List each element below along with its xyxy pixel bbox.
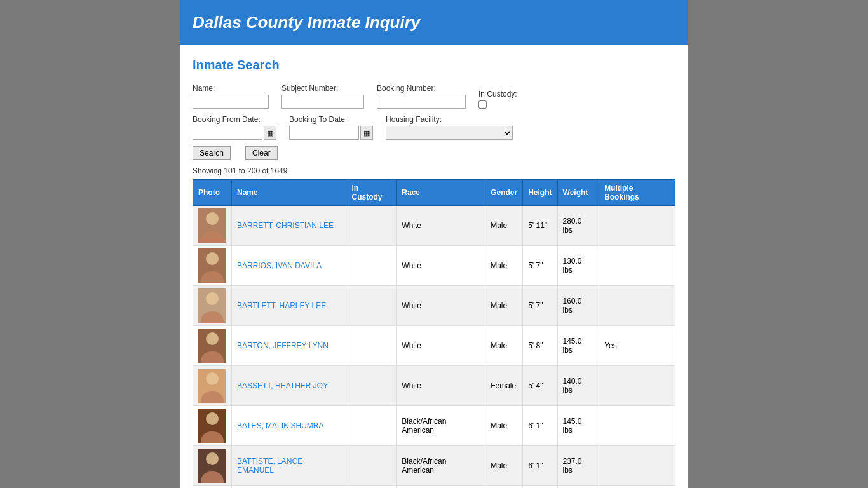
table-body: BARRETT, CHRISTIAN LEEWhiteMale5' 11"280…	[193, 206, 675, 489]
inmate-name-link[interactable]: BARTLETT, HARLEY LEE	[237, 301, 326, 310]
in-custody-cell	[346, 406, 397, 446]
multiple-bookings-cell	[599, 366, 675, 406]
multiple-bookings-cell	[599, 406, 675, 446]
gender-cell: Male	[485, 486, 523, 489]
results-count: Showing 101 to 200 of 1649	[193, 166, 675, 175]
booking-number-input[interactable]	[377, 95, 466, 109]
booking-to-label: Booking To Date:	[289, 115, 373, 124]
svg-point-11	[206, 412, 219, 425]
inmate-name-link[interactable]: BASSETT, HEATHER JOY	[237, 381, 328, 390]
photo-cell	[193, 286, 232, 326]
inmate-name-link[interactable]: BATTISTE, LANCE EMANUEL	[237, 457, 302, 475]
multiple-bookings-cell	[599, 286, 675, 326]
gender-cell: Male	[485, 246, 523, 286]
form-row-1: Name: Subject Number: Booking Number: In…	[193, 84, 675, 109]
multiple-bookings-cell	[599, 486, 675, 489]
inmate-photo	[198, 248, 226, 283]
in-custody-cell	[346, 486, 397, 489]
calendar-icon: ▦	[267, 129, 273, 137]
main-content: Inmate Search Name: Subject Number: Book…	[180, 45, 688, 488]
col-multiple-bookings: Multiple Bookings	[599, 180, 675, 206]
search-button[interactable]: Search	[193, 146, 231, 160]
height-cell: 6' 1"	[523, 406, 557, 446]
col-height: Height	[523, 180, 557, 206]
housing-facility-select[interactable]: Lew Sterrett Frank Crowley Northwest Sou…	[386, 126, 513, 140]
booking-from-input[interactable]	[193, 126, 262, 140]
name-input[interactable]	[193, 95, 269, 109]
header-bar: Dallas County Inmate Inquiry	[180, 0, 688, 45]
table-row: BARRETT, CHRISTIAN LEEWhiteMale5' 11"280…	[193, 206, 675, 246]
booking-to-wrapper: ▦	[289, 126, 373, 140]
name-label: Name:	[193, 84, 269, 93]
name-cell: BAXTER, DYLAN MICHAEL	[232, 486, 346, 489]
subject-number-label: Subject Number:	[281, 84, 364, 93]
name-cell: BATTISTE, LANCE EMANUEL	[232, 446, 346, 486]
search-form: Name: Subject Number: Booking Number: In…	[193, 84, 675, 160]
height-cell: 6' 0"	[523, 486, 557, 489]
name-cell: BARTON, JEFFREY LYNN	[232, 326, 346, 366]
weight-cell: 145.0 lbs	[557, 406, 599, 446]
table-row: BARRIOS, IVAN DAVILAWhiteMale5' 7"130.0 …	[193, 246, 675, 286]
weight-cell: 160.0 lbs	[557, 286, 599, 326]
race-cell: White	[397, 326, 485, 366]
gender-cell: Male	[485, 406, 523, 446]
photo-cell	[193, 246, 232, 286]
multiple-bookings-cell	[599, 246, 675, 286]
booking-from-wrapper: ▦	[193, 126, 276, 140]
height-cell: 5' 7"	[523, 246, 557, 286]
inmate-name-link[interactable]: BARRIOS, IVAN DAVILA	[237, 261, 322, 270]
photo-cell	[193, 446, 232, 486]
col-in-custody: In Custody	[346, 180, 397, 206]
photo-cell	[193, 326, 232, 366]
housing-facility-label: Housing Facility:	[386, 115, 513, 124]
weight-cell: 130.0 lbs	[557, 246, 599, 286]
inmate-name-link[interactable]: BARRETT, CHRISTIAN LEE	[237, 221, 334, 230]
col-photo: Photo	[193, 180, 232, 206]
multiple-bookings-cell	[599, 206, 675, 246]
col-race: Race	[397, 180, 485, 206]
inmate-photo	[198, 329, 226, 363]
inmate-name-link[interactable]: BARTON, JEFFREY LYNN	[237, 341, 329, 350]
booking-number-group: Booking Number:	[377, 84, 466, 109]
form-row-2: Booking From Date: ▦ Booking To Date: ▦	[193, 115, 675, 140]
race-cell: Black/African American	[397, 406, 485, 446]
name-group: Name:	[193, 84, 269, 109]
page-title: Inmate Search	[193, 58, 675, 72]
booking-number-label: Booking Number:	[377, 84, 466, 93]
name-cell: BARRIOS, IVAN DAVILA	[232, 246, 346, 286]
table-row: BARTLETT, HARLEY LEEWhiteMale5' 7"160.0 …	[193, 286, 675, 326]
results-table: Photo Name In Custody Race Gender Height…	[193, 179, 675, 488]
in-custody-checkbox-row	[478, 100, 517, 109]
inmate-name-link[interactable]: BATES, MALIK SHUMRA	[237, 421, 323, 430]
clear-button[interactable]: Clear	[245, 146, 278, 160]
multiple-bookings-cell: Yes	[599, 326, 675, 366]
table-row: BATES, MALIK SHUMRABlack/African America…	[193, 406, 675, 446]
in-custody-label: In Custody:	[478, 90, 517, 98]
race-cell: Black/African American	[397, 486, 485, 489]
table-row: BASSETT, HEATHER JOYWhiteFemale5' 4"140.…	[193, 366, 675, 406]
photo-cell	[193, 406, 232, 446]
photo-cell	[193, 486, 232, 489]
booking-from-group: Booking From Date: ▦	[193, 115, 276, 140]
booking-to-calendar-button[interactable]: ▦	[360, 126, 373, 140]
name-cell: BATES, MALIK SHUMRA	[232, 406, 346, 446]
in-custody-checkbox[interactable]	[478, 100, 487, 109]
inmate-photo	[198, 369, 226, 403]
weight-cell: 140.0 lbs	[557, 366, 599, 406]
in-custody-cell	[346, 286, 397, 326]
booking-to-input[interactable]	[289, 126, 359, 140]
height-cell: 5' 7"	[523, 286, 557, 326]
booking-from-calendar-button[interactable]: ▦	[264, 126, 276, 140]
gender-cell: Female	[485, 366, 523, 406]
photo-cell	[193, 206, 232, 246]
svg-point-7	[206, 332, 219, 345]
weight-cell: 237.0 lbs	[557, 446, 599, 486]
subject-number-input[interactable]	[281, 95, 364, 109]
race-cell: White	[397, 246, 485, 286]
height-cell: 5' 11"	[523, 206, 557, 246]
in-custody-cell	[346, 366, 397, 406]
svg-point-5	[206, 292, 219, 305]
name-cell: BARTLETT, HARLEY LEE	[232, 286, 346, 326]
inmate-photo	[198, 288, 226, 323]
table-row: BATTISTE, LANCE EMANUELBlack/African Ame…	[193, 446, 675, 486]
